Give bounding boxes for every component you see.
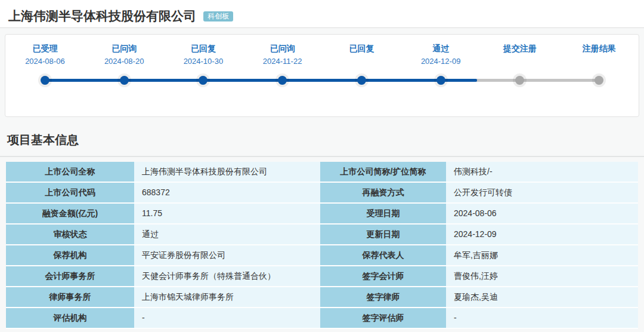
info-label: 上市公司全称 (6, 162, 134, 183)
timeline-stage: 已回复 2024-10-30 (164, 44, 243, 67)
timeline-dot (278, 76, 287, 85)
info-value: - (134, 308, 320, 329)
board-badge: 科创板 (203, 11, 233, 21)
info-value: 平安证券股份有限公司 (134, 245, 320, 266)
info-value: 11.75 (134, 204, 320, 225)
timeline-dot (120, 76, 129, 85)
timeline-track (5, 70, 639, 90)
timeline-dot (199, 76, 208, 85)
info-label: 融资金额(亿元) (6, 204, 134, 225)
stage-label: 已回复 (164, 44, 243, 54)
timeline-dot (41, 76, 49, 85)
info-label: 签字评估师 (320, 308, 446, 329)
info-label: 签字律师 (320, 287, 446, 308)
stage-date: 2024-11-22 (243, 57, 322, 67)
table-row: 上市公司代码 688372 再融资方式 公开发行可转债 (6, 183, 638, 204)
info-value: 2024-12-09 (446, 225, 638, 245)
timeline-stages-row: 已受理 2024-08-06 已问询 2024-08-20 已回复 2024-1… (5, 44, 639, 67)
review-timeline-panel: 已受理 2024-08-06 已问询 2024-08-20 已回复 2024-1… (5, 34, 639, 117)
info-value: 2024-08-06 (446, 204, 638, 225)
table-row: 律师事务所 上海市锦天城律师事务所 签字律师 夏瑜杰,吴迪 (6, 287, 638, 308)
stage-label: 已回复 (322, 44, 401, 54)
table-row: 审核状态 通过 更新日期 2024-12-09 (6, 225, 638, 245)
table-row: 上市公司全称 上海伟测半导体科技股份有限公司 上市公司简称/扩位简称 伟测科技/… (6, 162, 638, 183)
stage-label: 已问询 (243, 44, 322, 54)
table-row: 保荐机构 平安证券股份有限公司 保荐代表人 牟军,吉丽娜 (6, 245, 638, 266)
timeline-stage: 已受理 2024-08-06 (5, 44, 85, 67)
info-label: 受理日期 (320, 204, 446, 225)
info-value: - (446, 308, 638, 329)
info-value: 通过 (134, 225, 320, 245)
timeline-dot (595, 76, 603, 85)
stage-date: 2024-08-06 (5, 57, 85, 67)
company-name-title: 上海伟测半导体科技股份有限公司 (8, 8, 196, 24)
info-label: 评估机构 (6, 308, 134, 329)
info-label: 审核状态 (6, 225, 134, 245)
table-row: 评估机构 - 签字评估师 - (6, 308, 638, 329)
info-label: 律师事务所 (6, 287, 134, 308)
timeline-dot (515, 76, 524, 85)
info-value: 公开发行可转债 (446, 183, 638, 204)
section-title: 项目基本信息 (7, 132, 644, 148)
stage-label: 已受理 (5, 44, 85, 54)
info-value: 上海市锦天城律师事务所 (134, 287, 320, 308)
stage-date: 2024-12-09 (401, 57, 481, 67)
info-value: 伟测科技/- (446, 162, 638, 183)
info-value: 夏瑜杰,吴迪 (446, 287, 638, 308)
timeline-dot (436, 76, 445, 85)
stage-date (559, 57, 639, 67)
stage-date: 2024-08-20 (85, 57, 164, 67)
info-value: 曹俊伟,汪婷 (446, 266, 638, 287)
timeline-stage: 已回复 (322, 44, 401, 67)
timeline-dot (357, 76, 366, 85)
info-label: 再融资方式 (320, 183, 446, 204)
info-label: 更新日期 (320, 225, 446, 245)
info-label: 上市公司代码 (6, 183, 134, 204)
stage-label: 提交注册 (481, 44, 560, 54)
info-value: 上海伟测半导体科技股份有限公司 (134, 162, 320, 183)
timeline-dots-row (5, 70, 639, 90)
info-label: 会计师事务所 (6, 266, 134, 287)
timeline-stage: 通过 2024-12-09 (401, 44, 481, 67)
stage-label: 已问询 (85, 44, 164, 54)
info-label: 签字会计师 (320, 266, 446, 287)
stage-label: 通过 (401, 44, 481, 54)
info-value: 天健会计师事务所（特殊普通合伙） (134, 266, 320, 287)
table-row: 融资金额(亿元) 11.75 受理日期 2024-08-06 (6, 204, 638, 225)
stage-date: 2024-10-30 (164, 57, 243, 67)
info-label: 保荐机构 (6, 245, 134, 266)
section-divider (0, 156, 644, 157)
timeline-stage: 已问询 2024-11-22 (243, 44, 322, 67)
info-value: 牟军,吉丽娜 (446, 245, 638, 266)
stage-date (322, 57, 401, 67)
info-value: 688372 (134, 183, 320, 204)
stage-label: 注册结果 (559, 44, 639, 54)
timeline-stage: 提交注册 (481, 44, 560, 67)
page-header: 上海伟测半导体科技股份有限公司 科创板 (0, 0, 644, 28)
timeline-stage: 已问询 2024-08-20 (85, 44, 164, 67)
info-label: 保荐代表人 (320, 245, 446, 266)
table-row: 会计师事务所 天健会计师事务所（特殊普通合伙） 签字会计师 曹俊伟,汪婷 (6, 266, 638, 287)
stage-date (481, 57, 560, 67)
basic-info-table: 上市公司全称 上海伟测半导体科技股份有限公司 上市公司简称/扩位简称 伟测科技/… (6, 162, 638, 329)
info-label: 上市公司简称/扩位简称 (320, 162, 446, 183)
timeline-stage: 注册结果 (559, 44, 639, 67)
